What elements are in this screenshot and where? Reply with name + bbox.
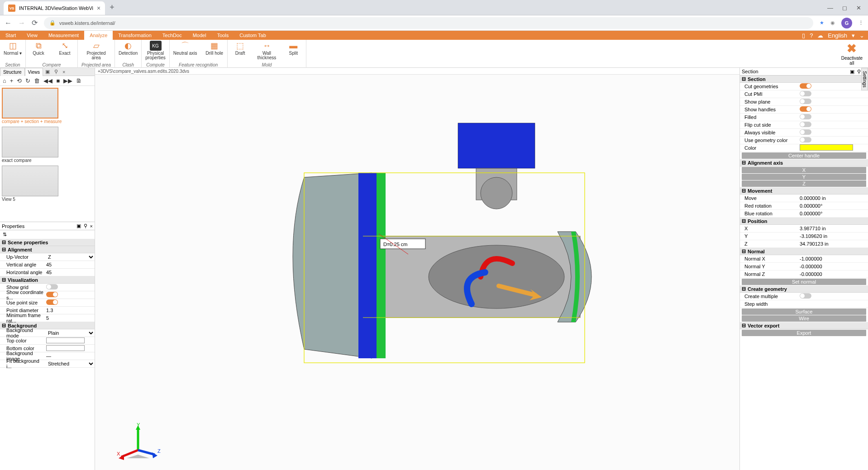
filled-toggle[interactable]	[800, 114, 811, 119]
tab-structure[interactable]: Structure	[0, 68, 25, 76]
section-section[interactable]: ⊟ Section	[740, 76, 868, 83]
cloud-icon[interactable]: ☁	[817, 32, 823, 39]
update-icon[interactable]: ⟲	[17, 77, 22, 84]
settings-side-tab[interactable]: Settings	[861, 68, 868, 90]
close-window-icon[interactable]: ✕	[856, 5, 861, 11]
browser-tab[interactable]: VS INTERNAL 3DViewStation WebVi ×	[4, 1, 105, 15]
menu-view[interactable]: View	[21, 31, 43, 40]
wall-thickness-button[interactable]: ↔Wall thickness	[258, 41, 277, 60]
home-icon[interactable]: ⌂	[3, 77, 6, 84]
menu-tools[interactable]: Tools	[212, 31, 234, 40]
bottom-color-swatch[interactable]	[46, 345, 85, 351]
normal-z-value[interactable]: -0.000000	[800, 271, 866, 277]
back-icon[interactable]: ←	[5, 19, 12, 27]
projected-area-button[interactable]: ▱Projected area	[86, 41, 105, 60]
always-visible-toggle[interactable]	[800, 129, 811, 135]
drill-hole-button[interactable]: ▦Drill hole	[205, 41, 224, 56]
browser-menu-icon[interactable]: ⋮	[858, 20, 863, 26]
view-item[interactable]: exact compare	[2, 127, 93, 163]
tab-views[interactable]: Views	[25, 68, 43, 76]
window-icon[interactable]: ▣	[43, 69, 52, 75]
center-handle-button[interactable]: Center handle	[742, 152, 866, 159]
split-button[interactable]: ▬Split	[284, 41, 302, 56]
horizontal-angle-value[interactable]: 45	[45, 270, 95, 275]
normal-section[interactable]: ⊟ Normal	[740, 248, 868, 255]
tab-close-icon[interactable]: ×	[97, 5, 100, 12]
menu-analyze[interactable]: Analyze	[84, 31, 113, 40]
red-rotation-value[interactable]: 0.000000°	[800, 203, 866, 209]
bg-mode-select[interactable]: Plain	[46, 330, 95, 336]
compare-exact-button[interactable]: ⤡Exact	[56, 41, 74, 56]
refresh-icon[interactable]: ↻	[25, 77, 30, 84]
cut-geometries-toggle[interactable]	[800, 83, 811, 89]
axis-x-button[interactable]: X	[742, 167, 866, 173]
pin-icon[interactable]: ⚲	[52, 69, 60, 75]
deactivate-all-button[interactable]: ✖ Deactivate all	[836, 40, 868, 67]
export-button[interactable]: Export	[742, 330, 866, 336]
close-icon[interactable]: ×	[90, 223, 93, 229]
alignment-axis-section[interactable]: ⊟ Alignment axis	[740, 159, 868, 166]
show-coord-toggle[interactable]	[46, 292, 58, 297]
min-frame-value[interactable]: 5	[45, 315, 95, 321]
pos-y-value[interactable]: -3.109620 in	[800, 233, 866, 239]
alignment-section[interactable]: ⊟ Alignment	[0, 246, 95, 253]
sort-icon[interactable]: ⇅	[0, 230, 95, 239]
wire-button[interactable]: Wire	[742, 315, 866, 322]
url-field[interactable]: 🔒 vsweb.kisters.de/internal/	[44, 17, 813, 29]
delete-icon[interactable]: 🗑	[34, 77, 40, 84]
create-multiple-toggle[interactable]	[800, 293, 811, 299]
menu-techdoc[interactable]: TechDoc	[157, 31, 187, 40]
compare-quick-button[interactable]: ⧉Quick	[29, 41, 48, 56]
cut-pmi-toggle[interactable]	[800, 91, 811, 96]
minimize-icon[interactable]: —	[827, 5, 833, 11]
device-icon[interactable]: ▯	[802, 32, 805, 39]
bg-image-value[interactable]: —	[45, 353, 95, 359]
star-icon[interactable]: ★	[820, 20, 824, 26]
neutral-axis-button[interactable]: ⌒Neutral axis	[173, 41, 197, 56]
window-icon[interactable]: ▣	[850, 69, 854, 75]
visualization-section[interactable]: ⊟ Visualization	[0, 276, 95, 284]
profile-avatar[interactable]: G	[841, 18, 852, 28]
window-icon[interactable]: ▣	[76, 223, 81, 229]
top-color-swatch[interactable]	[46, 337, 85, 343]
first-icon[interactable]: ◀◀	[43, 77, 52, 84]
new-tab-button[interactable]: +	[110, 3, 114, 15]
surface-button[interactable]: Surface	[742, 309, 866, 315]
scene-properties-section[interactable]: ⊟ Scene properties	[0, 239, 95, 246]
export-icon[interactable]: 🗎	[76, 77, 82, 84]
forward-icon[interactable]: →	[18, 19, 25, 27]
normal-x-value[interactable]: -1.000000	[800, 256, 866, 261]
language-chevron-icon[interactable]: ▾	[852, 32, 855, 39]
pos-x-value[interactable]: 3.987710 in	[800, 226, 866, 231]
axis-y-button[interactable]: Y	[742, 174, 866, 180]
set-normal-button[interactable]: Set normal	[742, 279, 866, 285]
language-selector[interactable]: English	[828, 32, 847, 39]
axis-z-button[interactable]: Z	[742, 180, 866, 187]
section-normal-button[interactable]: ◫Normal ▾	[4, 41, 22, 56]
normal-y-value[interactable]: -0.000000	[800, 264, 866, 269]
vector-export-section[interactable]: ⊟ Vector export	[740, 322, 868, 329]
add-icon[interactable]: +	[10, 77, 14, 84]
flip-toggle[interactable]	[800, 122, 811, 127]
show-handles-toggle[interactable]	[800, 106, 811, 112]
point-diameter-value[interactable]: 1.3	[45, 308, 95, 313]
collapse-ribbon-icon[interactable]: ⌄	[859, 32, 864, 39]
menu-start[interactable]: Start	[0, 31, 21, 40]
stop-icon[interactable]: ■	[56, 77, 60, 84]
draft-button[interactable]: ⬚Draft	[231, 41, 249, 56]
view-item[interactable]: View 5	[2, 166, 93, 202]
menu-model[interactable]: Model	[187, 31, 212, 40]
physical-properties-button[interactable]: KGPhysical properties	[145, 41, 165, 60]
last-icon[interactable]: ▶▶	[63, 77, 72, 84]
vertical-angle-value[interactable]: 45	[45, 262, 95, 267]
reload-icon[interactable]: ⟳	[32, 19, 38, 27]
model-canvas[interactable]: D=0.25 cm X Y Z	[95, 75, 739, 470]
axis-widget[interactable]: X Y Z	[113, 423, 163, 465]
create-geometry-section[interactable]: ⊟ Create geometry	[740, 285, 868, 293]
movement-section[interactable]: ⊟ Movement	[740, 187, 868, 195]
view-item[interactable]: compare + section + measure	[2, 88, 93, 124]
close-panel-icon[interactable]: ×	[60, 69, 67, 75]
pin-icon[interactable]: ⚲	[84, 223, 87, 229]
pin-icon[interactable]: ⚲	[857, 69, 861, 75]
clash-detection-button[interactable]: ◐Detection	[119, 41, 138, 56]
